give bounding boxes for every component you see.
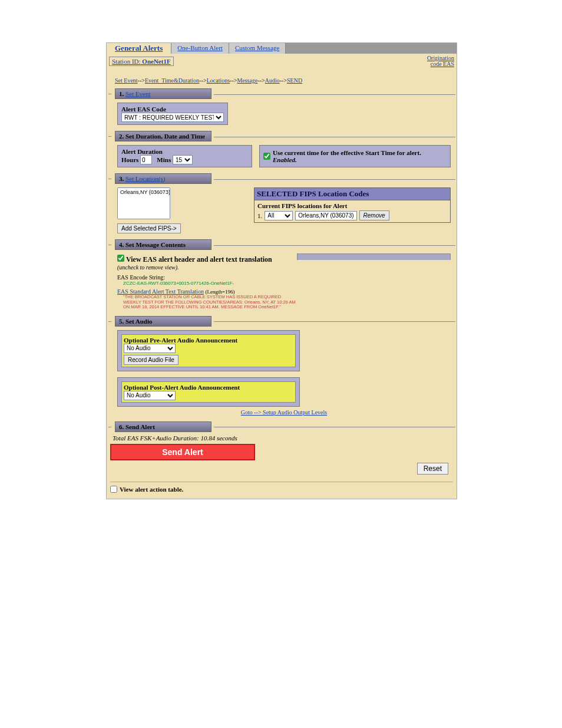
uncheck-note: (uncheck to remove view). <box>117 264 297 271</box>
collapse-toggle[interactable]: − <box>108 90 113 97</box>
alert-eas-code-label: Alert EAS Code <box>121 106 166 113</box>
use-current-time-checkbox[interactable] <box>263 153 270 160</box>
collapse-toggle[interactable]: − <box>108 241 113 248</box>
send-alert-button[interactable]: Send Alert <box>110 444 255 460</box>
breadcrumb: Set Event-->Event_Time&Duration-->Locati… <box>107 69 457 86</box>
collapse-toggle[interactable]: − <box>108 133 113 140</box>
setup-audio-levels-link[interactable]: Goto --> Setup Audio Output Levels <box>241 409 327 416</box>
section-1-title-link[interactable]: Set Event <box>125 90 150 97</box>
crumb-locations[interactable]: Locations <box>207 77 230 84</box>
tab-bar: General Alerts One-Button Alert Custom M… <box>107 43 457 54</box>
hours-input[interactable] <box>140 155 152 164</box>
total-duration-label: Total EAS FSK+Audio Duration: 10.84 seco… <box>113 434 453 442</box>
station-id-link[interactable]: Station ID: OneNet1F <box>109 57 174 66</box>
selected-fips-header: SELECTED FIPS Location Codes <box>254 187 451 200</box>
view-action-table-checkbox[interactable] <box>110 486 117 493</box>
encode-string-label: EAS Encode String: <box>117 274 451 281</box>
section-1-header: − 1. Set Event <box>108 88 455 99</box>
crumb-send[interactable]: SEND <box>287 77 302 84</box>
pre-alert-audio-label: Optional Pre-Alert Audio Announcement <box>124 337 237 344</box>
pre-alert-audio-select[interactable]: No Audio <box>124 344 176 353</box>
use-current-time-box: Use current time for the effective Start… <box>259 145 451 167</box>
section-5-header: − 5. Set Audio <box>108 316 455 327</box>
view-action-table-label: View alert action table. <box>120 486 183 493</box>
available-locations-list[interactable]: Orleans,NY (036073) <box>117 187 170 219</box>
origination-code-link[interactable]: Origination code EAS <box>427 55 454 67</box>
collapse-toggle[interactable]: − <box>108 175 113 182</box>
collapse-toggle[interactable]: − <box>108 318 113 325</box>
crumb-set-event[interactable]: Set Event <box>115 77 138 84</box>
duration-box: Alert Duration Hours Mins 15 <box>117 145 252 167</box>
collapse-toggle[interactable]: − <box>108 423 113 430</box>
app-container: General Alerts One-Button Alert Custom M… <box>106 42 457 499</box>
fips-code-display: Orleans,NY (036073) <box>295 211 356 220</box>
view-header-checkbox[interactable] <box>117 255 124 262</box>
crumb-message[interactable]: Message <box>237 77 257 84</box>
translation-body: "THE BROADCAST STATION OR CABLE SYSTEM H… <box>123 295 300 310</box>
section-2-header: − 2. Set Duration, Date and Time <box>108 131 455 141</box>
encode-string-value: ZCZC-EAS-RWT-036073+0015-0771426-OneNet1… <box>123 281 451 286</box>
section-6-header: − 6. Send Alert <box>108 421 455 432</box>
view-action-table-row: View alert action table. <box>107 483 457 499</box>
record-audio-button[interactable]: Record Audio File <box>124 355 178 365</box>
view-header-label: View EAS alert header and alert text tra… <box>126 255 272 263</box>
selected-fips-body: Current FIPS locations for Alert 1. All … <box>254 200 451 223</box>
section-3-title-link[interactable]: Set Location(s) <box>125 175 166 182</box>
alert-eas-code-box: Alert EAS Code RWT : REQUIRED WEEKLY TES… <box>117 103 228 125</box>
section-4-header: − 4. Set Message Contents <box>108 239 455 250</box>
section-3-header: − 3. Set Location(s) <box>108 173 455 184</box>
post-alert-audio-select[interactable]: No Audio <box>124 391 176 400</box>
duration-label: Alert Duration <box>121 148 163 155</box>
add-selected-fips-button[interactable]: Add Selected FIPS-> <box>117 223 181 233</box>
eas-code-select[interactable]: RWT : REQUIRED WEEKLY TEST <box>121 113 224 122</box>
mins-select[interactable]: 15 <box>173 155 193 164</box>
message-titlebar <box>297 253 451 260</box>
tab-one-button-alert[interactable]: One-Button Alert <box>171 43 229 54</box>
tab-general-alerts[interactable]: General Alerts <box>107 43 171 54</box>
post-alert-audio-label: Optional Post-Alert Audio Announcement <box>124 384 240 391</box>
post-alert-audio-box: Optional Post-Alert Audio Announcement N… <box>117 377 300 407</box>
current-fips-label: Current FIPS locations for Alert <box>257 202 347 209</box>
reset-button[interactable]: Reset <box>417 463 448 475</box>
tab-custom-message[interactable]: Custom Message <box>229 43 286 54</box>
crumb-event-time[interactable]: Event_Time&Duration <box>145 77 199 84</box>
pre-alert-audio-box: Optional Pre-Alert Audio Announcement No… <box>117 330 300 371</box>
remove-fips-button[interactable]: Remove <box>359 210 389 220</box>
crumb-audio[interactable]: Audio <box>265 77 280 84</box>
fips-subdivision-select[interactable]: All <box>265 211 293 220</box>
top-info-row: Station ID: OneNet1F Origination code EA… <box>107 54 457 69</box>
